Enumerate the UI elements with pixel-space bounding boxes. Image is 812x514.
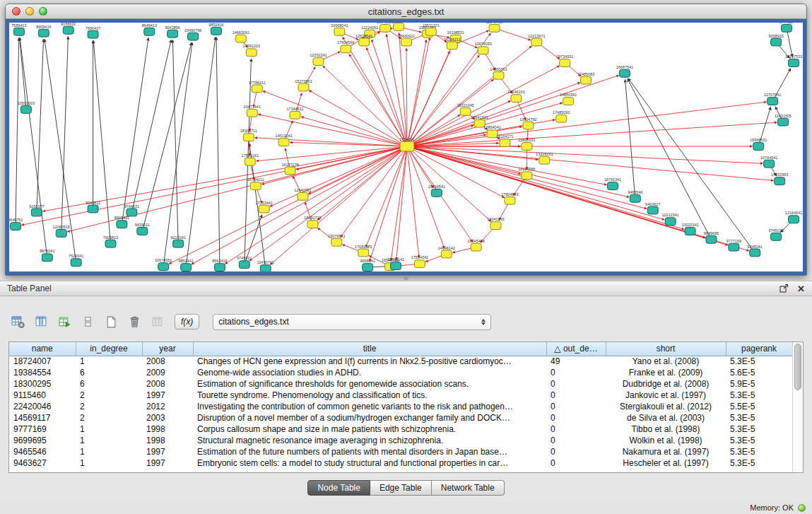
graph-edge[interactable] (216, 37, 220, 267)
table-row[interactable]: 1872400712008Changes of HCN gene express… (9, 356, 792, 367)
cell-name[interactable]: 18724007 (9, 356, 76, 367)
graph-edge[interactable] (186, 37, 216, 268)
cell-title[interactable]: Embryonic stem cells: a model to study s… (193, 457, 546, 469)
graph-edge[interactable] (407, 66, 559, 146)
function-builder-button[interactable]: f(x) (175, 314, 199, 329)
cell-name[interactable]: 19384554 (9, 367, 76, 378)
cell-short[interactable]: Wolkin et al. (1998) (606, 435, 726, 446)
graph-node[interactable] (137, 228, 148, 235)
graph-node[interactable] (391, 262, 401, 270)
column-header-title[interactable]: title (193, 342, 546, 356)
graph-node[interactable] (789, 216, 799, 223)
tab-network-table[interactable]: Network Table (432, 480, 505, 496)
graph-node[interactable] (298, 192, 308, 200)
graph-edge[interactable] (16, 38, 19, 226)
graph-edge[interactable] (407, 40, 426, 146)
graph-node[interactable] (394, 23, 404, 30)
import-table-icon[interactable] (55, 313, 73, 330)
graph-node[interactable] (539, 156, 550, 164)
table-row[interactable]: 946362711997Embryonic stem cells: a mode… (9, 457, 792, 469)
graph-node[interactable] (425, 28, 436, 35)
graph-edge[interactable] (407, 101, 510, 146)
cell-in_degree[interactable]: 1 (76, 435, 142, 446)
cell-year[interactable]: 1998 (142, 424, 193, 435)
graph-node[interactable] (489, 24, 500, 32)
graph-node[interactable] (313, 58, 324, 66)
window-minimize-button[interactable] (25, 7, 34, 16)
graph-node[interactable] (20, 105, 31, 113)
graph-edge[interactable] (407, 146, 664, 220)
tab-edge-table[interactable]: Edge Table (370, 480, 432, 496)
graph-node[interactable] (88, 30, 98, 38)
graph-node[interactable] (531, 38, 542, 46)
graph-node[interactable] (235, 35, 246, 42)
graph-edge[interactable] (131, 40, 171, 212)
graph-node[interactable] (211, 27, 221, 35)
panel-splitter[interactable] (0, 276, 812, 281)
graph-node[interactable] (167, 30, 178, 37)
graph-node[interactable] (380, 24, 391, 32)
cell-pagerank[interactable]: 5.3E-5 (726, 424, 792, 435)
graph-node[interactable] (563, 98, 574, 105)
cell-year[interactable]: 1997 (142, 446, 193, 457)
graph-node[interactable] (729, 243, 739, 251)
cell-name[interactable]: 9115460 (9, 390, 76, 401)
cell-pagerank[interactable]: 5.5E-5 (726, 401, 792, 412)
table-options-icon[interactable] (8, 313, 27, 330)
graph-node[interactable] (522, 143, 532, 151)
graph-node[interactable] (56, 230, 66, 238)
graph-edge[interactable] (787, 28, 792, 57)
graph-node[interactable] (522, 172, 532, 180)
graph-node[interactable] (431, 189, 442, 197)
cell-short[interactable]: Hescheler et al. (1997) (606, 457, 726, 469)
graph-node[interactable] (414, 260, 425, 268)
create-table-icon[interactable] (102, 313, 120, 330)
graph-node[interactable] (447, 42, 457, 49)
column-header-in_degree[interactable]: in_degree (76, 342, 142, 356)
graph-node[interactable] (260, 265, 271, 271)
graph-node[interactable] (71, 259, 81, 267)
graph-node[interactable] (400, 141, 414, 151)
window-titlebar[interactable]: citations_edges.txt (6, 4, 806, 19)
cell-in_degree[interactable]: 1 (76, 446, 142, 457)
cell-name[interactable]: 9777169 (9, 424, 76, 435)
graph-edge[interactable] (625, 80, 635, 199)
cell-short[interactable]: Franke et al. (2009) (606, 367, 726, 378)
graph-node[interactable] (252, 85, 262, 93)
cell-in_degree[interactable]: 2 (76, 412, 142, 424)
cell-in_degree[interactable]: 2 (76, 390, 142, 401)
cell-short[interactable]: Nakamura et al. (1997) (606, 446, 726, 457)
graph-node[interactable] (259, 205, 269, 213)
graph-node[interactable] (278, 139, 289, 146)
graph-edge[interactable] (20, 38, 26, 110)
cell-year[interactable]: 2008 (142, 378, 193, 390)
graph-node[interactable] (771, 233, 782, 240)
column-header-year[interactable]: year (142, 342, 193, 356)
graph-node[interactable] (243, 134, 254, 141)
graph-node[interactable] (245, 158, 255, 165)
cell-pagerank[interactable]: 5.3E-5 (726, 446, 792, 457)
graph-edge[interactable] (407, 52, 449, 147)
table-row[interactable]: 1830029562008Estimation of significance … (9, 378, 792, 390)
cell-name[interactable]: 14569117 (9, 412, 76, 424)
graph-node[interactable] (239, 261, 249, 269)
tab-node-table[interactable]: Node Table (307, 480, 370, 496)
cell-name[interactable]: 18300295 (9, 378, 76, 390)
cell-short[interactable]: Yano et al. (2008) (606, 356, 726, 367)
graph-node[interactable] (10, 223, 20, 230)
graph-node[interactable] (359, 38, 370, 46)
table-row[interactable]: 977716911998Corpus callosum shape and si… (9, 424, 792, 435)
cell-in_degree[interactable]: 1 (76, 424, 142, 435)
cell-title[interactable]: Estimation of significance thresholds fo… (193, 378, 546, 390)
graph-node[interactable] (767, 98, 778, 105)
network-canvas[interactable]: 1724091158256311216468617804693160412951… (9, 23, 803, 271)
graph-edge[interactable] (341, 146, 407, 238)
graph-edge[interactable] (407, 79, 493, 146)
cell-short[interactable]: Tibbo et al. (1998) (606, 424, 726, 435)
cell-pagerank[interactable]: 5.3E-5 (726, 390, 792, 401)
cell-short[interactable]: Jankovic et al. (1997) (606, 390, 726, 401)
cell-year[interactable]: 2008 (142, 356, 193, 367)
graph-node[interactable] (500, 139, 510, 147)
graph-node[interactable] (214, 264, 225, 271)
table-vertical-scrollbar[interactable] (792, 342, 803, 472)
